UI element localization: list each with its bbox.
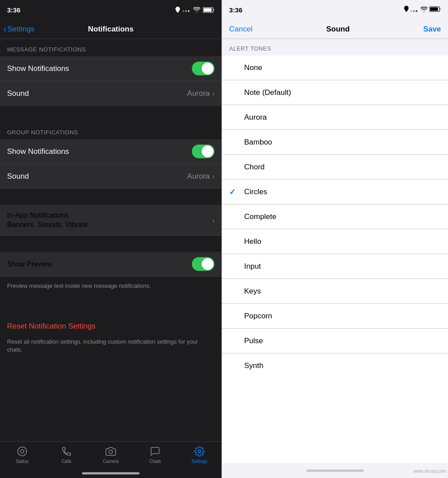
tone-row[interactable]: Hello bbox=[222, 229, 448, 254]
right-wifi-icon bbox=[421, 7, 428, 12]
svg-point-2 bbox=[188, 10, 190, 12]
left-content: MESSAGE NOTIFICATIONS Show Notifications… bbox=[0, 39, 222, 441]
message-notifications-group: Show Notifications Sound Aurora › bbox=[0, 56, 222, 106]
tone-row[interactable]: Complete bbox=[222, 204, 448, 229]
svg-point-7 bbox=[109, 450, 113, 454]
preview-label: Show Preview bbox=[7, 260, 52, 268]
svg-rect-13 bbox=[430, 8, 438, 11]
back-button[interactable]: ‹ Settings bbox=[4, 24, 35, 34]
gap-1 bbox=[0, 106, 222, 122]
sound-row-message[interactable]: Sound Aurora › bbox=[0, 81, 222, 106]
svg-point-1 bbox=[185, 10, 187, 12]
svg-rect-4 bbox=[204, 8, 212, 12]
tone-name: Hello bbox=[244, 237, 261, 246]
back-label[interactable]: Settings bbox=[8, 25, 35, 34]
reset-section: Reset Notification Settings Reset all no… bbox=[0, 311, 222, 361]
svg-point-9 bbox=[410, 10, 412, 12]
svg-point-5 bbox=[18, 447, 27, 456]
right-battery-icon bbox=[429, 6, 441, 12]
inapp-sub: Banners, Sounds, Vibrate bbox=[7, 221, 212, 229]
right-time: 3:36 bbox=[229, 6, 242, 14]
right-location-icon bbox=[404, 6, 409, 12]
tab-settings[interactable]: Settings bbox=[177, 445, 222, 464]
svg-point-8 bbox=[198, 450, 201, 453]
alert-tones-header: ALERT TONES bbox=[222, 39, 448, 55]
tone-row[interactable]: Chord bbox=[222, 155, 448, 180]
tone-name: Circles bbox=[244, 188, 267, 196]
preview-group: Show Preview bbox=[0, 252, 222, 277]
calls-svg bbox=[61, 446, 72, 457]
tone-name: Note (Default) bbox=[244, 88, 291, 97]
chats-svg bbox=[150, 446, 160, 457]
tone-name: Input bbox=[244, 262, 261, 271]
gap-3 bbox=[0, 236, 222, 252]
settings-svg bbox=[194, 446, 205, 457]
tone-row[interactable]: Popcorn bbox=[222, 304, 448, 329]
camera-icon bbox=[105, 445, 117, 458]
settings-icon bbox=[193, 445, 206, 458]
tone-row[interactable]: Synth bbox=[222, 353, 448, 378]
tone-row[interactable]: None bbox=[222, 55, 448, 80]
show-notifications-row-group[interactable]: Show Notifications bbox=[0, 139, 222, 164]
tone-row[interactable]: Aurora bbox=[222, 105, 448, 130]
watermark: www.deuaq.com bbox=[414, 469, 446, 474]
inapp-row[interactable]: In-App Notifications Banners, Sounds, Vi… bbox=[0, 205, 222, 236]
show-notifications-toggle-message[interactable] bbox=[192, 62, 214, 75]
gap-4 bbox=[0, 295, 222, 311]
tab-camera[interactable]: Camera bbox=[89, 445, 133, 464]
left-time: 3:36 bbox=[7, 6, 20, 14]
show-notifications-row-message[interactable]: Show Notifications bbox=[0, 56, 222, 81]
save-button[interactable]: Save bbox=[423, 25, 441, 34]
location-icon bbox=[175, 7, 180, 13]
status-svg bbox=[17, 446, 27, 457]
inapp-label: In-App Notifications bbox=[7, 212, 212, 219]
tab-status[interactable]: Status bbox=[0, 445, 44, 464]
tone-row[interactable]: Pulse bbox=[222, 329, 448, 353]
home-indicator-left bbox=[82, 472, 140, 474]
tab-chats[interactable]: Chats bbox=[133, 445, 177, 464]
gap-2 bbox=[0, 189, 222, 205]
inapp-group: In-App Notifications Banners, Sounds, Vi… bbox=[0, 205, 222, 236]
message-section-header: MESSAGE NOTIFICATIONS bbox=[0, 39, 222, 56]
show-notifications-label-group: Show Notifications bbox=[7, 147, 69, 156]
preview-row[interactable]: Show Preview bbox=[0, 252, 222, 277]
tone-checkmark: ✓ bbox=[229, 187, 239, 197]
battery-icon bbox=[203, 7, 214, 13]
svg-point-11 bbox=[416, 10, 417, 12]
tone-name: Complete bbox=[244, 212, 277, 221]
tone-name: Pulse bbox=[244, 337, 263, 345]
right-panel: 3:36 Cancel Sound Save bbox=[222, 0, 448, 478]
sound-row-group[interactable]: Sound Aurora › bbox=[0, 164, 222, 189]
tone-row[interactable]: Bamboo bbox=[222, 130, 448, 155]
wifi-icon bbox=[193, 7, 200, 12]
chevron-right-icon-inapp: › bbox=[212, 217, 214, 224]
tab-status-label: Status bbox=[16, 459, 28, 464]
reset-description: Reset all notification settings, includi… bbox=[7, 334, 214, 354]
sound-label-group: Sound bbox=[7, 172, 29, 181]
page-title: Notifications bbox=[88, 25, 134, 34]
tone-row[interactable]: ✓Circles bbox=[222, 180, 448, 204]
left-panel: 3:36 bbox=[0, 0, 222, 478]
group-section-header: GROUP NOTIFICATIONS bbox=[0, 122, 222, 139]
tone-row[interactable]: Input bbox=[222, 254, 448, 279]
tone-row[interactable]: Keys bbox=[222, 279, 448, 304]
show-notifications-toggle-group[interactable] bbox=[192, 145, 214, 158]
chevron-left-icon: ‹ bbox=[4, 24, 7, 34]
preview-toggle[interactable] bbox=[192, 257, 214, 271]
left-nav-bar: ‹ Settings Notifications bbox=[0, 20, 222, 39]
sound-title: Sound bbox=[326, 25, 350, 34]
reset-button[interactable]: Reset Notification Settings bbox=[7, 318, 214, 334]
tab-camera-label: Camera bbox=[103, 459, 119, 464]
right-status-bar: 3:36 bbox=[222, 0, 448, 20]
inapp-content: In-App Notifications Banners, Sounds, Vi… bbox=[7, 212, 212, 229]
tab-calls-label: Calls bbox=[62, 459, 71, 464]
tone-name: None bbox=[244, 63, 262, 72]
tab-calls[interactable]: Calls bbox=[44, 445, 89, 464]
calls-icon bbox=[60, 445, 73, 458]
svg-point-0 bbox=[183, 10, 184, 12]
chevron-right-icon-sound-group: › bbox=[212, 173, 214, 180]
right-signal-icon bbox=[410, 8, 418, 12]
svg-point-6 bbox=[20, 450, 24, 453]
tone-row[interactable]: Note (Default) bbox=[222, 80, 448, 105]
cancel-button[interactable]: Cancel bbox=[229, 25, 253, 34]
